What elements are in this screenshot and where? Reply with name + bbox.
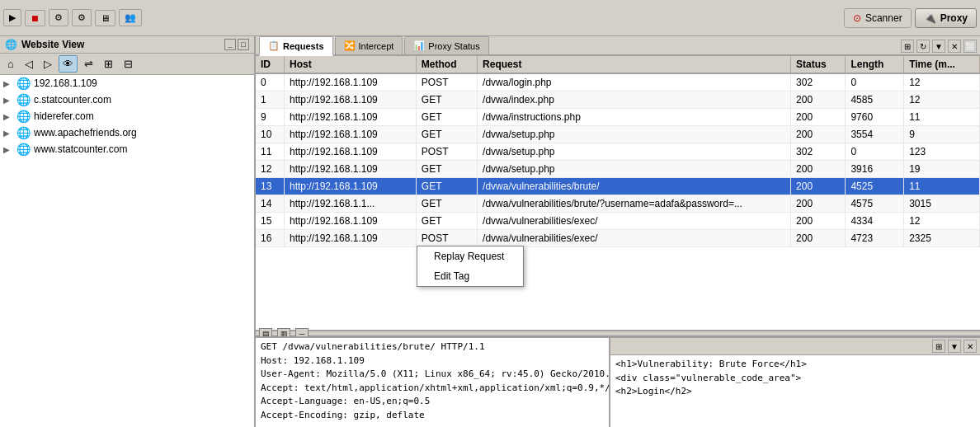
context-menu: Replay Request Edit Tag	[417, 246, 524, 287]
toolbar-btn-play[interactable]: ▶	[3, 9, 21, 26]
requests-tab-label: Requests	[283, 41, 324, 51]
expand-button[interactable]: ⊞	[100, 55, 117, 73]
cell-time: 9	[904, 126, 980, 143]
toolbar-btn-3[interactable]: 🖥	[95, 10, 115, 26]
cell-method: GET	[416, 178, 477, 195]
cell-status: 200	[791, 92, 846, 109]
scanner-button[interactable]: ⊙ Scanner	[844, 8, 912, 28]
cell-status: 302	[791, 143, 846, 161]
cell-method: GET	[416, 109, 477, 126]
forward-button[interactable]: ▷	[40, 55, 56, 73]
request-line: Host: 192.168.1.109	[261, 354, 604, 368]
site-globe-icon: 🌐	[16, 77, 31, 90]
globe-icon: 🌐	[5, 39, 17, 50]
table-container[interactable]: ID Host Method Request Status Length Tim…	[256, 56, 980, 330]
bottom-left-content: GET /dvwa/vulnerabilities/brute/ HTTP/1.…	[256, 338, 609, 427]
cell-time: 2325	[904, 230, 980, 247]
tree-item-label: www.apachefriends.org	[34, 127, 137, 138]
cell-request: /dvwa/vulnerabilities/exec/	[478, 213, 791, 230]
cell-request: /dvwa/vulnerabilities/brute/?username=ad…	[478, 195, 791, 213]
cell-status: 302	[791, 73, 846, 92]
cell-id: 14	[256, 195, 285, 213]
table-row[interactable]: 16 http://192.168.1.109 POST /dvwa/vulne…	[256, 230, 980, 247]
minimize-button[interactable]: _	[224, 39, 236, 50]
table-row[interactable]: 1 http://192.168.1.109 GET /dvwa/index.p…	[256, 92, 980, 109]
cell-id: 13	[256, 178, 285, 195]
expand-tab-button[interactable]: ⬜	[964, 40, 977, 53]
cell-host: http://192.168.1.109	[285, 92, 417, 109]
table-row[interactable]: 9 http://192.168.1.109 GET /dvwa/instruc…	[256, 109, 980, 126]
sidebar-item-c.statcounter.com[interactable]: ▶ 🌐 c.statcounter.com	[0, 92, 254, 108]
cell-length: 4723	[846, 230, 904, 247]
table-row[interactable]: 11 http://192.168.1.109 POST /dvwa/setup…	[256, 143, 980, 161]
cell-time: 123	[904, 143, 980, 161]
site-globe-icon: 🌐	[16, 110, 31, 123]
panel-resize-bar[interactable]: ▤ ▥ ─	[256, 330, 980, 336]
bottom-expand-button[interactable]: ▼	[948, 340, 961, 353]
cell-id: 12	[256, 161, 285, 178]
context-menu-replay[interactable]: Replay Request	[417, 246, 523, 266]
home-button[interactable]: ⌂	[3, 55, 18, 73]
toolbar-btn-4[interactable]: 👥	[119, 9, 142, 26]
sidebar-item-hiderefer.com[interactable]: ▶ 🌐 hiderefer.com	[0, 108, 254, 124]
view-button[interactable]: 👁	[59, 55, 78, 73]
sidebar-item-www.apachefriends.org[interactable]: ▶ 🌐 www.apachefriends.org	[0, 124, 254, 141]
tree-expand-icon: ▶	[3, 145, 16, 154]
sidebar-item-www.statcounter.com[interactable]: ▶ 🌐 www.statcounter.com	[0, 141, 254, 157]
cell-request: /dvwa/vulnerabilities/exec/	[478, 230, 791, 247]
back-button[interactable]: ◁	[21, 55, 37, 73]
response-line: <div class="vulnerable_code_area">	[615, 372, 975, 386]
table-row[interactable]: 12 http://192.168.1.109 GET /dvwa/setup.…	[256, 161, 980, 178]
cell-length: 4585	[846, 92, 904, 109]
tree-expand-icon: ▶	[3, 129, 16, 138]
filter-button[interactable]: ▼	[932, 40, 945, 53]
bottom-copy-button[interactable]: ⊞	[932, 340, 945, 353]
cell-length: 3916	[846, 161, 904, 178]
cell-status: 200	[791, 161, 846, 178]
tree-expand-icon: ▶	[3, 112, 16, 121]
cell-status: 200	[791, 126, 846, 143]
connect-button[interactable]: ⇌	[80, 55, 97, 73]
cell-request: /dvwa/setup.php	[478, 161, 791, 178]
context-menu-edit-tag[interactable]: Edit Tag	[417, 266, 523, 286]
col-time: Time (m...	[904, 56, 980, 73]
intercept-tab-icon: 🔀	[344, 40, 356, 51]
cell-id: 10	[256, 126, 285, 143]
cell-status: 200	[791, 195, 846, 213]
proxy-button[interactable]: 🔌 Proxy	[915, 8, 977, 28]
sidebar: 🌐 Website View _ □ ⌂ ◁ ▷ 👁 ⇌ ⊞ ⊟ ▶ 🌐 192…	[0, 36, 256, 427]
cell-method: POST	[416, 143, 477, 161]
col-id: ID	[256, 56, 285, 73]
table-row[interactable]: 10 http://192.168.1.109 GET /dvwa/setup.…	[256, 126, 980, 143]
collapse-button[interactable]: ⊟	[120, 55, 137, 73]
cell-host: http://192.168.1.109	[285, 73, 417, 92]
cell-method: GET	[416, 213, 477, 230]
cell-time: 12	[904, 213, 980, 230]
toolbar-btn-1[interactable]: ⚙	[49, 9, 68, 26]
tab-proxy-status[interactable]: 📊 Proxy Status	[404, 36, 488, 54]
response-line: <h2>Login</h2>	[615, 385, 975, 399]
tree-item-label: hiderefer.com	[34, 110, 94, 122]
table-row[interactable]: 14 http://192.168.1.1... GET /dvwa/vulne…	[256, 195, 980, 213]
cell-status: 200	[791, 178, 846, 195]
new-tab-button[interactable]: ⊞	[901, 40, 914, 53]
table-row[interactable]: 13 http://192.168.1.109 GET /dvwa/vulner…	[256, 178, 980, 195]
maximize-button[interactable]: □	[238, 39, 249, 50]
bottom-panel: GET /dvwa/vulnerabilities/brute/ HTTP/1.…	[256, 336, 980, 427]
sidebar-header: 🌐 Website View _ □	[0, 36, 254, 54]
tab-intercept[interactable]: 🔀 Intercept	[335, 36, 403, 54]
cell-time: 12	[904, 92, 980, 109]
sidebar-item-192.168.1.109[interactable]: ▶ 🌐 192.168.1.109	[0, 75, 254, 92]
site-globe-icon: 🌐	[16, 126, 31, 139]
close-tab-button[interactable]: ✕	[948, 40, 961, 53]
cell-method: GET	[416, 161, 477, 178]
refresh-button[interactable]: ↻	[916, 40, 930, 53]
cell-host: http://192.168.1.109	[285, 143, 417, 161]
cell-request: /dvwa/instructions.php	[478, 109, 791, 126]
bottom-close-button[interactable]: ✕	[964, 340, 977, 353]
table-row[interactable]: 0 http://192.168.1.109 POST /dvwa/login.…	[256, 73, 980, 92]
tab-requests[interactable]: 📋 Requests	[259, 36, 333, 56]
toolbar-btn-stop[interactable]: ⏹	[25, 10, 45, 26]
table-row[interactable]: 15 http://192.168.1.109 GET /dvwa/vulner…	[256, 213, 980, 230]
toolbar-btn-2[interactable]: ⚙	[72, 9, 92, 26]
